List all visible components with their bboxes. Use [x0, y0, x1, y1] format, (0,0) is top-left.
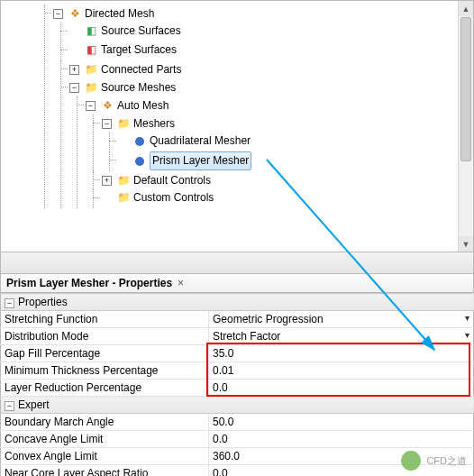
prop-label: Convex Angle Limit [1, 448, 209, 465]
tree-label: Custom Controls [133, 189, 214, 206]
tree-item-source-meshes[interactable]: − 📁 Source Meshes [69, 79, 176, 96]
row-gap-fill[interactable]: Gap Fill Percentage 35.0 [1, 345, 474, 362]
prop-value[interactable]: 0.01 [209, 362, 474, 380]
tree-item-directed-mesh[interactable]: − ❖ Directed Mesh [53, 5, 154, 23]
prop-label: Near Core Layer Aspect Ratio [1, 465, 209, 477]
tree-item-default-controls[interactable]: + 📁 Default Controls [102, 172, 211, 189]
tree-pane: ▲ ▼ − ❖ Directed Mesh ◧ Source Surfaces [0, 0, 474, 252]
row-min-thickness[interactable]: Minimum Thickness Percentage 0.01 [1, 362, 474, 380]
row-concave-limit[interactable]: Concave Angle Limit 0.0 [1, 431, 474, 448]
cube-icon: ◧ [84, 43, 98, 58]
row-layer-reduction[interactable]: Layer Reduction Percentage 0.0 [1, 380, 474, 397]
dropdown-icon[interactable]: ▾ [465, 330, 469, 340]
tree-label: Auto Mesh [117, 97, 169, 114]
prop-label: Stretching Function [1, 311, 209, 328]
prop-label: Boundary March Angle [1, 414, 209, 431]
tree-item-quad-mesher[interactable]: Quadrilateral Mesher [118, 133, 251, 150]
panel-title-text: Prism Layer Mesher - Properties [6, 277, 172, 289]
prop-label: Layer Reduction Percentage [1, 380, 209, 397]
prop-label: Minimum Thickness Percentage [1, 362, 209, 380]
tree-item-meshers[interactable]: − 📁 Meshers [102, 115, 175, 133]
tree-label: Default Controls [133, 172, 211, 189]
collapse-icon[interactable]: − [69, 83, 79, 93]
section-properties[interactable]: −Properties [1, 294, 474, 311]
bullet-icon [132, 154, 147, 169]
tree-label: Source Meshes [101, 79, 176, 96]
prop-value[interactable]: 0.0 [209, 431, 474, 448]
row-stretching-function[interactable]: Stretching Function Geometric Progressio… [1, 311, 474, 328]
collapse-icon[interactable]: − [5, 401, 14, 411]
prop-value[interactable]: 0.0 [209, 380, 474, 397]
cube-icon: ◧ [84, 24, 98, 39]
bullet-icon [132, 134, 147, 149]
tree-item-source-surfaces[interactable]: ◧ Source Surfaces [69, 23, 181, 40]
prop-value[interactable]: 35.0 [209, 345, 474, 362]
tree-label: Source Surfaces [101, 23, 181, 40]
collapse-icon[interactable]: − [102, 119, 112, 129]
row-boundary-march[interactable]: Boundary March Angle 50.0 [1, 414, 474, 431]
folder-icon: 📁 [116, 117, 131, 132]
expand-icon[interactable]: + [69, 65, 79, 75]
mesh-icon: ❖ [100, 99, 114, 114]
close-icon[interactable]: × [178, 277, 184, 289]
collapse-icon[interactable]: − [53, 9, 63, 19]
tree-item-prism-mesher[interactable]: Prism Layer Mesher [118, 151, 251, 170]
properties-panel-title: Prism Layer Mesher - Properties × [0, 274, 474, 293]
tree-label: Quadrilateral Mesher [150, 133, 251, 150]
folder-icon: 📁 [84, 63, 98, 78]
tree-item-custom-controls[interactable]: 📁 Custom Controls [102, 189, 214, 206]
expand-icon[interactable]: + [102, 176, 112, 186]
watermark: CFD之道 [401, 451, 467, 471]
tree-label-selected: Prism Layer Mesher [150, 151, 251, 170]
prop-label: Gap Fill Percentage [1, 345, 209, 362]
section-label: Properties [18, 296, 68, 308]
tree-label: Directed Mesh [85, 5, 154, 23]
tree-item-target-surfaces[interactable]: ◧ Target Surfaces [69, 41, 177, 59]
collapse-icon[interactable]: − [5, 298, 14, 308]
scroll-down-arrow[interactable]: ▼ [459, 236, 473, 252]
tree-label: Meshers [133, 115, 175, 133]
properties-table: −Properties Stretching Function Geometri… [0, 293, 474, 476]
folder-icon: 📁 [116, 174, 131, 188]
folder-icon: 📁 [84, 81, 98, 96]
mesh-icon: ❖ [68, 7, 82, 22]
tree-label: Target Surfaces [101, 41, 177, 59]
row-distribution-mode[interactable]: Distribution Mode Stretch Factor▾ [1, 328, 474, 345]
section-expert[interactable]: −Expert [1, 397, 474, 414]
prop-label: Distribution Mode [1, 328, 209, 345]
tree-item-connected-parts[interactable]: + 📁 Connected Parts [69, 61, 181, 78]
collapse-icon[interactable]: − [86, 101, 96, 111]
folder-icon: 📁 [116, 191, 131, 206]
prop-label: Concave Angle Limit [1, 431, 209, 448]
separator-strip [0, 252, 474, 274]
tree-label: Connected Parts [101, 61, 181, 78]
prop-value[interactable]: 50.0 [209, 414, 474, 431]
watermark-text: CFD之道 [426, 454, 467, 468]
section-label: Expert [18, 398, 50, 411]
dropdown-icon[interactable]: ▾ [465, 313, 469, 323]
watermark-logo [401, 451, 421, 471]
tree-item-auto-mesh[interactable]: − ❖ Auto Mesh [86, 97, 169, 114]
prop-value[interactable]: Geometric Progression▾ [209, 311, 474, 328]
prop-value[interactable]: Stretch Factor▾ [209, 328, 474, 345]
